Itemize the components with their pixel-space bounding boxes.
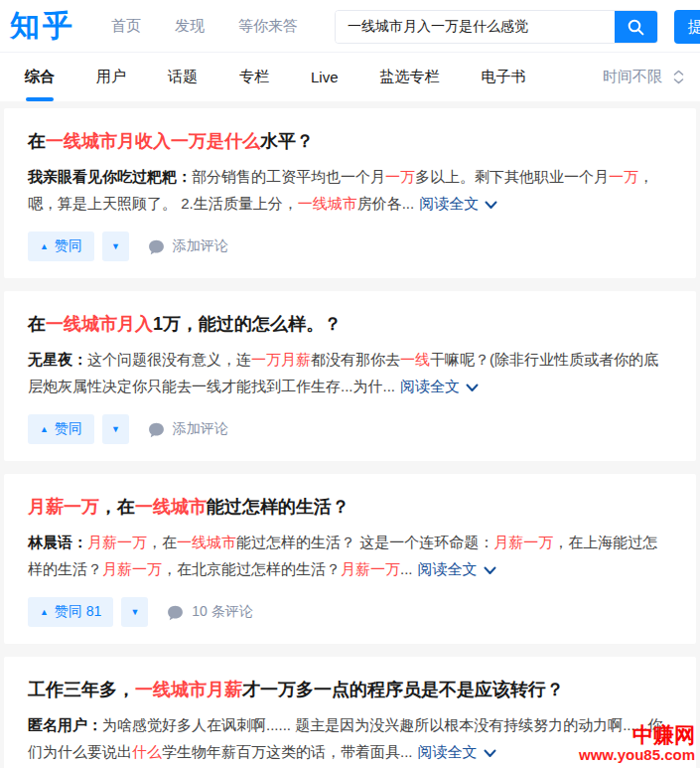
search-input[interactable] — [336, 11, 615, 43]
downvote-triangle-icon: ▼ — [111, 425, 120, 434]
comment-label: 10 条评论 — [192, 603, 252, 621]
result-title-link[interactable]: 在一线城市月收入一万是什么水平？ — [28, 129, 672, 154]
title-text: 在 — [28, 131, 46, 151]
result-actions: ▲ 赞同 81 ▼ 10 条评论 — [28, 597, 672, 627]
upvote-triangle-icon: ▲ — [40, 608, 49, 617]
snippet-text: ，在 — [147, 534, 177, 550]
nav-item-home[interactable]: 首页 — [111, 17, 141, 36]
downvote-triangle-icon: ▼ — [111, 242, 120, 251]
result-snippet: 无星夜：这个问题很没有意义，连一万月薪都没有那你去一线干嘛呢？(除非行业性质或者… — [28, 346, 672, 399]
upvote-button[interactable]: ▲ 赞同 81 — [28, 597, 113, 627]
read-more-link[interactable]: 阅读全文 — [418, 743, 496, 760]
top-nav: 首页发现等你来答 — [111, 17, 298, 36]
search-result-card: 在一线城市月入1万，能过的怎么样。？ 无星夜：这个问题很没有意义，连一万月薪都没… — [4, 291, 696, 461]
downvote-button[interactable]: ▼ — [102, 414, 129, 444]
tab-paid-columns[interactable]: 盐选专栏 — [380, 53, 440, 101]
downvote-button[interactable]: ▼ — [121, 597, 148, 627]
search-bar — [335, 10, 658, 44]
title-text: 工作三年多， — [28, 680, 135, 699]
author-name: 林晨语： — [28, 534, 87, 550]
snippet-text: 房价各... — [357, 195, 415, 212]
title-text: 水平？ — [260, 131, 314, 151]
result-snippet: 林晨语：月薪一万，在一线城市能过怎样的生活？ 这是一个连环命题：月薪一万，在上海… — [28, 529, 672, 582]
highlighted-keyword: 月薪一万 — [341, 560, 400, 577]
result-title-link[interactable]: 工作三年多，一线城市月薪才一万多一点的程序员是不是应该转行？ — [28, 678, 672, 702]
search-results-list: 在一线城市月收入一万是什么水平？ 我亲眼看见你吃过粑粑：部分销售的工资平均也一个… — [0, 101, 700, 768]
highlighted-keyword: 一线 — [400, 351, 430, 368]
snippet-text: 部分销售的工资平均也一个月 — [192, 168, 385, 185]
highlighted-keyword: 一线城市 — [177, 534, 236, 550]
result-snippet: 匿名用户：为啥感觉好多人在讽刺啊...... 题主是因为没兴趣所以根本没有持续努… — [28, 711, 672, 765]
result-title-link[interactable]: 在一线城市月入1万，能过的怎么样。？ — [28, 312, 672, 337]
highlighted-keyword: 一万 — [609, 168, 638, 185]
comment-label: 添加评论 — [173, 237, 228, 255]
highlighted-keyword: 一线城市月收入一万是什么 — [46, 131, 260, 151]
search-button[interactable] — [615, 11, 657, 43]
read-more-label: 阅读全文 — [400, 378, 460, 394]
snippet-text: 都没有那你去 — [311, 351, 400, 368]
read-more-label: 阅读全文 — [418, 743, 478, 760]
upvote-triangle-icon: ▲ — [40, 425, 49, 434]
upvote-button[interactable]: ▲ 赞同 — [28, 414, 94, 444]
result-title-link[interactable]: 月薪一万，在一线城市能过怎样的生活？ — [28, 495, 672, 520]
sort-chevrons-icon — [673, 70, 684, 84]
read-more-link[interactable]: 阅读全文 — [418, 560, 496, 577]
read-more-label: 阅读全文 — [418, 560, 478, 577]
comment-bubble-icon — [167, 604, 184, 621]
tabs: 综合用户话题专栏Live盐选专栏电子书 — [0, 53, 526, 101]
tab-columns[interactable]: 专栏 — [239, 53, 269, 101]
snippet-text: 这个问题很没有意义，连 — [87, 351, 251, 368]
highlighted-keyword: 月薪一万 — [87, 534, 147, 550]
search-tab-bar: 综合用户话题专栏Live盐选专栏电子书 时间不限 — [0, 53, 700, 101]
title-text: 1万，能过的怎么样。？ — [153, 314, 342, 334]
zhihu-search-page: 知乎 首页发现等你来答 提 综合用户话题专栏Live盐选专栏电子书 时间不限 — [0, 0, 700, 768]
search-result-card: 工作三年多，一线城市月薪才一万多一点的程序员是不是应该转行？ 匿名用户：为啥感觉… — [4, 657, 696, 768]
highlighted-keyword: 月薪一万 — [493, 534, 553, 550]
expand-chevron-icon — [484, 749, 496, 758]
highlighted-keyword: 一线城市 — [135, 497, 207, 517]
search-result-card: 月薪一万，在一线城市能过怎样的生活？ 林晨语：月薪一万，在一线城市能过怎样的生活… — [4, 474, 696, 644]
upvote-triangle-icon: ▲ — [40, 242, 49, 251]
upvote-button[interactable]: ▲ 赞同 — [28, 231, 94, 261]
author-name: 无星夜： — [28, 351, 87, 368]
author-name: 我亲眼看见你吃过粑粑： — [28, 168, 192, 185]
highlighted-keyword: 一线城市月入 — [46, 314, 153, 334]
snippet-text: ，在北京能过怎样的生活？ — [162, 560, 341, 577]
ask-question-button[interactable]: 提 — [674, 10, 700, 44]
time-filter-dropdown[interactable]: 时间不限 — [603, 53, 684, 101]
highlighted-keyword: 什么 — [132, 743, 162, 760]
downvote-button[interactable]: ▼ — [102, 231, 129, 261]
highlighted-keyword: 月薪一万 — [102, 560, 162, 577]
tab-topics[interactable]: 话题 — [168, 53, 198, 101]
upvote-label: 赞同 81 — [55, 603, 101, 621]
tab-users[interactable]: 用户 — [96, 53, 126, 101]
author-name: 匿名用户： — [28, 716, 102, 733]
result-snippet: 我亲眼看见你吃过粑粑：部分销售的工资平均也一个月一万多以上。剩下其他职业一个月一… — [28, 163, 672, 217]
upvote-label: 赞同 — [55, 237, 82, 255]
highlighted-keyword: 月薪一万 — [28, 497, 99, 517]
comment-button[interactable]: 10 条评论 — [167, 603, 252, 621]
comment-button[interactable]: 添加评论 — [148, 420, 228, 438]
highlighted-keyword: 一万 — [385, 168, 415, 185]
tab-comprehensive[interactable]: 综合 — [25, 53, 55, 101]
read-more-link[interactable]: 阅读全文 — [400, 378, 479, 394]
magnifier-icon — [627, 18, 645, 37]
read-more-link[interactable]: 阅读全文 — [419, 195, 497, 212]
title-text: 能过怎样的生活？ — [207, 497, 350, 517]
title-text: ，在 — [99, 497, 135, 517]
snippet-text: ... — [400, 560, 413, 577]
upvote-label: 赞同 — [55, 420, 82, 438]
search-result-card: 在一线城市月收入一万是什么水平？ 我亲眼看见你吃过粑粑：部分销售的工资平均也一个… — [4, 108, 696, 278]
comment-button[interactable]: 添加评论 — [148, 237, 228, 255]
result-actions: ▲ 赞同 ▼ 添加评论 — [28, 231, 672, 261]
tab-live[interactable]: Live — [311, 53, 339, 101]
result-actions: ▲ 赞同 ▼ 添加评论 — [28, 414, 672, 444]
title-text: 才一万多一点的程序员是不是应该转行？ — [242, 680, 564, 699]
zhihu-logo[interactable]: 知乎 — [10, 11, 75, 41]
tab-ebooks[interactable]: 电子书 — [482, 53, 526, 101]
nav-item-waiting-for-answer[interactable]: 等你来答 — [238, 17, 298, 36]
nav-item-discover[interactable]: 发现 — [175, 17, 205, 36]
snippet-text: 多以上。剩下其他职业一个月 — [415, 168, 609, 185]
time-filter-label: 时间不限 — [603, 68, 662, 86]
highlighted-keyword: 一万月薪 — [251, 351, 311, 368]
